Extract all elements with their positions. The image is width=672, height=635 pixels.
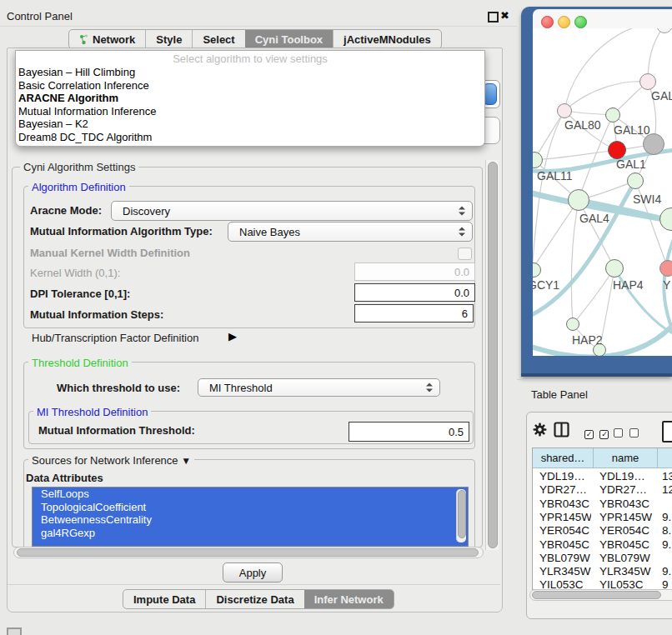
manual-kernel-label: Manual Kernel Width Definition: [30, 247, 190, 259]
network-node[interactable]: [639, 73, 656, 90]
network-node-swi4[interactable]: [627, 172, 644, 189]
expand-triangle-icon[interactable]: ▶: [228, 330, 237, 342]
select-all-checks-icon[interactable]: ✓ ✓: [584, 425, 609, 440]
threshold-definition-title: Threshold Definition: [28, 357, 132, 369]
tab-impute-data[interactable]: Impute Data: [123, 590, 205, 608]
node-label: GAL80: [564, 118, 601, 132]
table-toolbar: ✓ ✓: [527, 419, 672, 442]
column-header-name[interactable]: name: [594, 448, 658, 468]
list-item[interactable]: gal4RGexp: [33, 527, 468, 540]
control-panel-tabstrip: Network Style Select Cyni Toolbox jActiv…: [68, 29, 442, 49]
settings-vertical-scrollbar[interactable]: [485, 160, 499, 550]
network-node-gal4[interactable]: [568, 189, 589, 211]
table-row[interactable]: YPR145W YPR145W 9.: [533, 511, 672, 524]
network-canvas[interactable]: GAL GAL80 GAL10 GAL1 GAL11 SWI4 GAL4 GCY…: [533, 28, 672, 356]
tab-jactivemnodules[interactable]: jActiveMNodules: [333, 30, 441, 48]
minimized-panel-icon[interactable]: [7, 628, 22, 635]
list-item[interactable]: BetweennessCentrality: [33, 513, 468, 527]
list-item[interactable]: TopologicalCoefficient: [33, 501, 468, 514]
table-horizontal-scrollbar[interactable]: [529, 589, 672, 601]
network-node-gal1[interactable]: [608, 141, 626, 159]
close-panel-icon[interactable]: ✖: [500, 9, 509, 22]
table-row[interactable]: YDL19… YDL19… 13: [533, 470, 672, 483]
which-threshold-label: Which threshold to use:: [57, 382, 180, 394]
close-window-icon[interactable]: [541, 16, 554, 28]
deselect-all-checks-icon[interactable]: [614, 426, 639, 441]
table-function-icon[interactable]: [662, 421, 672, 442]
list-item[interactable]: SelfLoops: [33, 488, 468, 501]
column-header-shared-name[interactable]: shared…: [533, 448, 594, 468]
aracne-mode-select[interactable]: Discovery: [111, 201, 473, 221]
mi-threshold-label: Mutual Information Threshold:: [38, 424, 195, 437]
mi-steps-input[interactable]: [354, 304, 474, 322]
kernel-width-input[interactable]: [354, 262, 475, 281]
table-panel-box: ✓ ✓ shared… name YDL19…: [526, 412, 672, 619]
node-label: GAL10: [614, 123, 650, 137]
zoom-window-icon[interactable]: [574, 16, 587, 28]
algorithm-definition-title: Algorithm Definition: [28, 181, 129, 193]
network-node-hap2[interactable]: [566, 318, 579, 331]
cyni-algorithm-settings-title: Cyni Algorithm Settings: [20, 161, 138, 173]
kernel-width-label: Kernel Width (0,1):: [30, 267, 120, 279]
node-label: HAP2: [572, 333, 603, 347]
bottom-tabstrip: Impute Data Discretize Data Infer Networ…: [123, 589, 394, 609]
mi-steps-label: Mutual Information Steps:: [30, 308, 163, 321]
mi-type-select[interactable]: Naive Bayes: [228, 222, 473, 242]
tab-network[interactable]: Network: [69, 30, 145, 48]
table-panel-title: Table Panel: [531, 388, 588, 401]
data-attributes-list[interactable]: SelfLoops TopologicalCoefficient Between…: [32, 487, 469, 547]
popup-item[interactable]: Mutual Information Inference: [16, 105, 484, 118]
hub-section-label[interactable]: Hub/Transcription Factor Definition: [32, 332, 198, 344]
mi-type-label: Mutual Information Algorithm Type:: [30, 225, 213, 238]
table-row[interactable]: YBL079W YBL079W: [533, 552, 672, 565]
table-row[interactable]: YBR045C YBR045C 9.: [533, 538, 672, 552]
attribute-list-scrollbar[interactable]: [456, 489, 466, 542]
panel-bottom-divider: [8, 584, 500, 585]
tab-select[interactable]: Select: [192, 30, 244, 48]
network-icon: [79, 34, 88, 45]
node-label: SWI4: [633, 192, 661, 206]
popup-item-highlighted[interactable]: ARACNE Algorithm: [16, 92, 484, 105]
node-table: shared… name YDL19… YDL19… 13 YDR27… YDR…: [532, 448, 672, 590]
settings-horizontal-scrollbar[interactable]: [13, 547, 484, 558]
network-node-hap4[interactable]: [605, 259, 624, 278]
aracne-mode-label: Aracne Mode:: [30, 204, 102, 217]
table-row[interactable]: YER054C YER054C 8.: [533, 524, 672, 538]
popup-item[interactable]: Bayesian – Hill Climbing: [16, 66, 484, 79]
node-label: GAL4: [579, 212, 609, 225]
columns-icon[interactable]: [554, 422, 569, 438]
spinner-icon: [426, 383, 434, 392]
popup-item[interactable]: Basic Correlation Inference: [16, 79, 484, 92]
table-row[interactable]: YLR345W YLR345W 9.: [533, 565, 672, 578]
column-header-partial[interactable]: [658, 448, 672, 468]
node-label: GAL: [651, 89, 672, 102]
network-node-gal80[interactable]: [557, 103, 572, 118]
gear-icon[interactable]: [533, 422, 547, 437]
tab-discretize-data[interactable]: Discretize Data: [205, 590, 303, 608]
table-row[interactable]: YBR043C YBR043C: [533, 498, 672, 511]
dpi-tolerance-label: DPI Tolerance [0,1]:: [30, 288, 130, 300]
network-node-gal10[interactable]: [605, 108, 620, 122]
tab-cyni-toolbox[interactable]: Cyni Toolbox: [245, 30, 333, 48]
table-row[interactable]: YDR27… YDR27… 12: [533, 483, 672, 497]
tab-infer-network[interactable]: Infer Network: [304, 590, 394, 608]
table-row[interactable]: YIL053C YIL053C 9: [533, 578, 672, 589]
network-node[interactable]: [659, 260, 672, 277]
node-label: Y: [663, 278, 670, 292]
popup-item[interactable]: Bayesian – K2: [16, 118, 484, 131]
mi-threshold-group-title: MI Threshold Definition: [33, 406, 151, 418]
popup-item[interactable]: Dream8 DC_TDC Algorithm: [16, 131, 484, 144]
minimize-window-icon[interactable]: [558, 16, 570, 28]
node-label: HAP4: [613, 278, 644, 292]
network-window: GAL GAL80 GAL10 GAL1 GAL11 SWI4 GAL4 GCY…: [521, 7, 672, 377]
mi-threshold-input[interactable]: [349, 422, 469, 442]
tab-style[interactable]: Style: [145, 30, 192, 48]
node-label: GAL1: [616, 158, 646, 171]
float-panel-icon[interactable]: [488, 12, 499, 22]
apply-button[interactable]: Apply: [223, 562, 283, 582]
control-panel-title: Control Panel: [7, 10, 73, 22]
which-threshold-select[interactable]: MI Threshold: [198, 378, 440, 397]
dpi-tolerance-input[interactable]: [354, 283, 475, 302]
collapse-triangle-icon[interactable]: ▼: [181, 455, 191, 467]
manual-kernel-checkbox[interactable]: [458, 248, 472, 260]
